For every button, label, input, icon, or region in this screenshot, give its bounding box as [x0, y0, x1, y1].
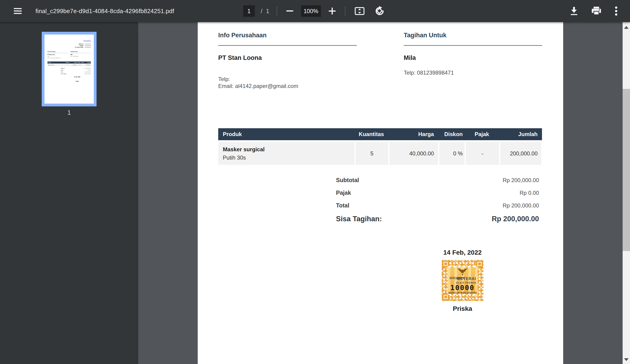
col-header-price: Harga [388, 131, 438, 137]
kebab-menu-icon [615, 6, 618, 16]
thumb-meta-value-bar [85, 47, 91, 48]
rotate-button[interactable] [372, 4, 387, 18]
page-separator: / [261, 8, 262, 14]
company-name: PT Stan Loona [218, 54, 357, 61]
thumb-total-value: Rp 200,000.00 [85, 71, 91, 72]
tax-label: Pajak [336, 189, 351, 196]
thumb-th: Kuantitas [65, 62, 70, 63]
total-row: Total Rp 200,000.00 [218, 202, 542, 209]
stamp-spesimen-text: SPESIMEN [450, 277, 465, 280]
thumb-rule [70, 53, 91, 53]
thumb-billto-name: Mila [70, 54, 91, 55]
page-number-input[interactable] [243, 5, 255, 17]
page-thumbnail[interactable]: Invoice Referensi Tanggal Tgl. Jatuh Tem… [42, 32, 96, 106]
viewer-body: Invoice Referensi Tanggal Tgl. Jatuh Tem… [0, 22, 630, 364]
thumb-billto-phone: Telp: 081239898471 [70, 56, 91, 57]
print-button[interactable] [590, 5, 603, 17]
thumb-total-label: Pajak [61, 69, 63, 71]
col-header-tax: Pajak [464, 131, 499, 137]
thumbnail-page-number: 1 [0, 109, 138, 116]
thumb-company-email: Email: al4142.paper@gmail.com [48, 57, 68, 58]
company-heading: Info Perusahaan [218, 32, 357, 39]
thumb-meta-label: Tgl. Jatuh Tempo [75, 47, 84, 48]
zoom-level-display[interactable]: 100% [301, 5, 321, 17]
cell-price: 40,000.00 [388, 142, 438, 165]
download-button[interactable] [568, 5, 580, 17]
more-options-button[interactable] [613, 4, 620, 17]
billto-heading: Tagihan Untuk [404, 32, 542, 39]
thumb-th: Diskon [77, 62, 81, 63]
scroll-down-button[interactable] [623, 356, 630, 364]
col-header-amount: Jumlah [499, 131, 541, 137]
cell-amount: 200,000.00 [499, 142, 541, 165]
thumb-td: 0 % [77, 65, 81, 66]
toolbar-divider [345, 6, 345, 16]
thumb-th: Produk [48, 62, 65, 63]
company-contact: Telp: Email: al4142.paper@gmail.com [218, 76, 357, 89]
thumb-company-heading: Info Perusahaan [48, 51, 68, 52]
scroll-up-arrow-icon [624, 26, 628, 29]
scroll-down-arrow-icon [624, 358, 628, 361]
document-title: final_c299be7e-d9d1-4084-8cda-4296fb8242… [36, 7, 174, 15]
rotate-ccw-icon [374, 6, 385, 16]
balance-label: Sisa Tagihan: [336, 215, 382, 223]
vertical-scrollbar[interactable] [623, 22, 630, 364]
thumb-company-name: PT Stan Loona [48, 54, 68, 55]
thumb-meta-block: Referensi Tanggal Tgl. Jatuh Tempo [48, 43, 91, 48]
thumb-td: Masker surgical [48, 65, 65, 66]
garuda-emblem-icon [457, 268, 468, 276]
thumb-billto-heading: Tagihan Untuk [70, 51, 91, 52]
thumb-meta-value-bar [85, 45, 91, 46]
thumb-invoice-title: Invoice [48, 40, 91, 42]
minus-icon [286, 10, 293, 12]
signer-name: Priska [453, 305, 472, 313]
thumb-rule [48, 53, 68, 53]
stamp-words-text: SEPULUH RIBU RUPIAH [448, 292, 477, 294]
page-zoom-controls: / 1 100% [243, 0, 387, 22]
emeterai-stamp: SPESIMEN [442, 260, 484, 301]
fit-to-page-button[interactable] [352, 4, 366, 18]
menu-button[interactable] [12, 6, 24, 16]
scrollbar-thumb[interactable] [623, 89, 630, 251]
toolbar-divider [276, 6, 277, 16]
col-header-discount: Diskon [438, 131, 464, 137]
thumb-total-label: Total [61, 71, 63, 72]
invoice-parties: Info Perusahaan PT Stan Loona Telp: Emai… [218, 32, 542, 89]
billto-name: Mila [404, 54, 542, 61]
thumb-th: Harga [70, 62, 77, 63]
thumbnail-sidebar: Invoice Referensi Tanggal Tgl. Jatuh Tem… [0, 22, 138, 364]
balance-value: Rp 200,000.00 [492, 215, 539, 223]
thumb-td: 5 [65, 65, 70, 66]
subtotal-value: Rp 200,000.00 [503, 177, 539, 183]
balance-row: Sisa Tagihan: Rp 200,000.00 [218, 215, 542, 223]
thumb-company-phone: Telp: [48, 56, 68, 57]
thumb-meta-value-bar [85, 44, 91, 44]
tax-value: Rp 0.00 [520, 190, 539, 196]
print-icon [592, 7, 601, 15]
pdf-viewport[interactable]: Info Perusahaan PT Stan Loona Telp: Emai… [138, 22, 623, 364]
thumb-th: Jumlah [85, 62, 90, 63]
pdf-page: Info Perusahaan PT Stan Loona Telp: Emai… [198, 22, 563, 364]
pdf-toolbar: final_c299be7e-d9d1-4084-8cda-4296fb8242… [0, 0, 630, 22]
col-header-qty: Kuantitas [354, 131, 388, 137]
signature-date: 14 Feb, 2022 [443, 249, 482, 256]
signature-block: 14 Feb, 2022 SPESIMEN [420, 249, 505, 313]
fit-page-icon [354, 6, 364, 16]
zoom-out-button[interactable] [284, 8, 295, 13]
scroll-up-button[interactable] [623, 23, 630, 31]
thumb-date: 14 Feb, 2022 [64, 76, 91, 78]
cell-tax: - [464, 142, 499, 165]
thumb-th: Pajak [81, 62, 85, 63]
line-items-table: Produk Kuantitas Harga Diskon Pajak Juml… [218, 128, 542, 165]
zoom-in-button[interactable] [327, 6, 337, 16]
stamp-label: SPESIMEN [448, 266, 478, 295]
thumb-totals: SubtotalRp 200,000.00 PajakRp 0.00 Total… [48, 68, 91, 74]
company-phone: Telp: [218, 76, 357, 83]
thumbnail-preview: Invoice Referensi Tanggal Tgl. Jatuh Tem… [44, 34, 94, 104]
page-total: 1 [266, 8, 269, 14]
thumb-td: - [81, 65, 85, 66]
company-info-block: Info Perusahaan PT Stan Loona Telp: Emai… [218, 32, 357, 89]
billto-contact: Telp: 081239898471 [404, 69, 542, 76]
thumb-td: 40,000.00 [70, 65, 77, 66]
thumb-meta-label: Referensi [78, 43, 84, 45]
